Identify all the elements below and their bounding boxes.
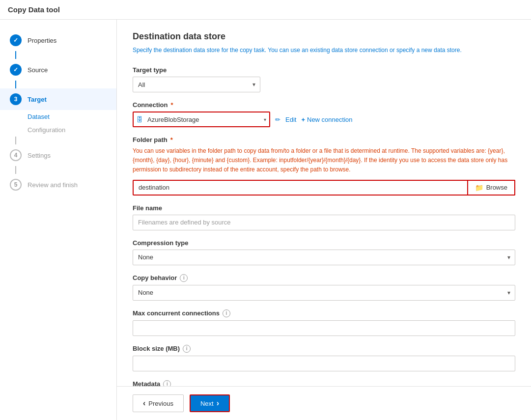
block-size-info-icon: i xyxy=(183,345,191,353)
chevron-left-icon xyxy=(143,399,145,408)
next-button[interactable]: Next xyxy=(190,394,230,412)
step-target[interactable]: 3 Target xyxy=(0,88,116,110)
plus-icon: + xyxy=(301,116,305,123)
connector-2 xyxy=(15,81,16,88)
browse-button[interactable]: 📁 Browse xyxy=(468,180,515,196)
compression-type-field: Compression type None GZip Deflate BZip2 xyxy=(133,239,515,265)
metadata-field: Metadata i + New xyxy=(133,380,515,386)
target-type-label: Target type xyxy=(133,66,167,74)
footer: Previous Next xyxy=(117,386,531,420)
step-review[interactable]: 5 Review and finish xyxy=(0,174,116,196)
connection-chevron-icon: ▾ xyxy=(264,117,266,122)
step-label-settings: Settings xyxy=(28,152,51,159)
max-connections-input[interactable] xyxy=(133,320,515,336)
connection-required: * xyxy=(171,101,173,109)
step-properties[interactable]: Properties xyxy=(0,29,116,51)
page-title: Destination data store xyxy=(133,31,515,42)
file-name-label: File name xyxy=(133,204,162,212)
max-connections-info-icon: i xyxy=(223,309,230,317)
max-connections-field: Max concurrent connections i xyxy=(133,309,515,336)
target-type-select[interactable]: All Azure Blob Storage Azure Data Lake S… xyxy=(133,77,260,92)
edit-icon: ✏ xyxy=(275,116,280,123)
block-size-field: Block size (MB) i xyxy=(133,345,515,371)
app-title: Copy Data tool xyxy=(8,5,60,14)
new-connection-link[interactable]: + New connection xyxy=(301,116,352,123)
connection-select[interactable]: AzureBlobStorage xyxy=(133,112,270,127)
file-name-input[interactable] xyxy=(133,215,515,230)
block-size-input[interactable] xyxy=(133,356,515,371)
connection-field: Connection * 🗄 AzureBlobStorage ▾ ✏ Edit xyxy=(133,101,515,127)
connector-1 xyxy=(15,51,16,59)
step-source[interactable]: Source xyxy=(0,59,116,81)
folder-path-required: * xyxy=(170,136,173,143)
copy-behavior-field: Copy behavior i None FlattenHierarchy Me… xyxy=(133,274,515,301)
folder-path-field: Folder path * You can use variables in t… xyxy=(133,136,515,196)
step-circle-review: 5 xyxy=(10,179,22,191)
substep-dataset[interactable]: Dataset xyxy=(28,110,116,123)
step-label-properties: Properties xyxy=(28,37,56,44)
connector-4 xyxy=(15,166,16,174)
chevron-right-icon xyxy=(217,399,219,408)
copy-behavior-label: Copy behavior xyxy=(133,274,177,281)
app-header: Copy Data tool xyxy=(0,0,531,20)
step-label-target: Target xyxy=(28,96,47,103)
step-circle-settings: 4 xyxy=(10,149,22,161)
folder-path-input[interactable] xyxy=(133,180,468,196)
compression-type-label: Compression type xyxy=(133,239,188,247)
copy-behavior-info-icon: i xyxy=(180,274,188,282)
sidebar: Properties Source 3 Target Dataset Confi… xyxy=(0,20,117,420)
substep-configuration[interactable]: Configuration xyxy=(28,123,116,137)
connection-label: Connection xyxy=(133,101,168,109)
step-label-review: Review and finish xyxy=(28,181,78,189)
folder-icon: 📁 xyxy=(475,184,483,192)
copy-behavior-select[interactable]: None FlattenHierarchy MergeFiles xyxy=(133,285,515,301)
connection-db-icon: 🗄 xyxy=(137,116,143,123)
edit-link[interactable]: Edit xyxy=(285,116,296,123)
page-subtitle: Specify the destination data store for t… xyxy=(133,46,515,55)
step-circle-target: 3 xyxy=(10,93,22,105)
step-circle-source xyxy=(10,64,22,76)
folder-path-info: You can use variables in the folder path… xyxy=(133,146,515,175)
step-circle-properties xyxy=(10,34,22,46)
metadata-info-icon: i xyxy=(163,380,171,386)
compression-type-select[interactable]: None GZip Deflate BZip2 xyxy=(133,250,515,265)
connector-3 xyxy=(15,137,16,144)
metadata-label: Metadata xyxy=(133,380,160,386)
substeps-target: Dataset Configuration xyxy=(0,110,116,137)
max-connections-label: Max concurrent connections xyxy=(133,309,220,317)
step-settings[interactable]: 4 Settings xyxy=(0,144,116,166)
target-type-field: Target type All Azure Blob Storage Azure… xyxy=(133,66,515,92)
previous-button[interactable]: Previous xyxy=(133,394,184,412)
block-size-label: Block size (MB) xyxy=(133,345,180,352)
step-label-source: Source xyxy=(28,66,48,74)
folder-path-label: Folder path xyxy=(133,136,168,143)
file-name-field: File name xyxy=(133,204,515,230)
